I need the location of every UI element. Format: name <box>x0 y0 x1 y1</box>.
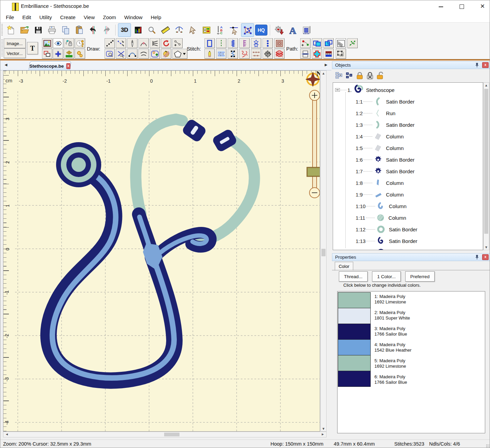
manual-stitch-button[interactable] <box>127 38 137 48</box>
rotate-tool-button[interactable] <box>161 38 171 48</box>
pencil-button[interactable] <box>204 49 215 59</box>
merge-font-button[interactable]: A <box>286 23 299 37</box>
objects-panel-header[interactable]: Objects x <box>332 61 490 69</box>
select-lock-button[interactable] <box>64 38 74 48</box>
color-swatch-4[interactable] <box>338 339 371 355</box>
bean-stitch-button[interactable] <box>116 38 126 48</box>
scroll-thumb[interactable] <box>164 433 180 436</box>
color-swatch-6[interactable] <box>338 371 371 387</box>
paste-button[interactable] <box>73 23 86 37</box>
inset-frame-button[interactable] <box>336 49 346 59</box>
zoom-button[interactable] <box>145 23 158 37</box>
zigzag-nodes-button[interactable] <box>228 49 238 59</box>
tab-scroll-right-icon[interactable]: ► <box>324 62 328 67</box>
color-row[interactable]: 5: Madeira Poly1692 Limestone <box>337 356 485 372</box>
blanket-stitch-button[interactable] <box>239 38 250 48</box>
menu-help[interactable]: Help <box>147 13 165 22</box>
objects-panel-close-button[interactable]: x <box>482 62 489 68</box>
tree-row[interactable]: 1:4Column <box>356 131 404 141</box>
tree-row[interactable]: 1:14Satin Border <box>356 247 418 250</box>
thread-button[interactable]: Thread... <box>339 271 368 282</box>
tree-row[interactable]: 1:1Satin Border <box>356 96 414 107</box>
knife-button[interactable] <box>161 49 171 59</box>
scroll-up-icon[interactable]: ▲ <box>321 71 326 75</box>
save-button[interactable] <box>32 23 45 37</box>
expand-button[interactable] <box>312 49 322 59</box>
node-select-button[interactable] <box>227 23 240 37</box>
text-tool-button[interactable]: T <box>27 42 38 54</box>
tree-row[interactable]: 1:12Satin Border <box>356 224 418 234</box>
color-row[interactable]: 2: Madeira Poly1801 Super White <box>337 308 485 324</box>
scroll-thumb[interactable] <box>321 249 326 256</box>
menu-create[interactable]: Create <box>56 13 80 22</box>
toolbar-grip[interactable] <box>1 24 3 36</box>
maximize-button[interactable] <box>454 2 468 11</box>
connect-points-button[interactable] <box>172 38 183 48</box>
color-row[interactable]: 1: Madeira Poly1692 Limestone <box>337 292 485 308</box>
3d-view-button[interactable]: 3D <box>118 23 131 37</box>
scroll-thumb[interactable] <box>484 89 488 234</box>
background-image-button[interactable] <box>42 38 52 48</box>
union-button[interactable] <box>312 38 322 48</box>
object-properties-button[interactable] <box>200 23 213 37</box>
pin-icon[interactable] <box>475 63 479 68</box>
tree-row[interactable]: 1:11Column <box>356 213 406 223</box>
shape-pentagon-button[interactable] <box>172 49 187 59</box>
menu-file[interactable]: File <box>2 13 18 22</box>
close-button[interactable]: ✕ <box>476 2 489 11</box>
scroll-down-icon[interactable]: ▼ <box>321 427 326 431</box>
zoom-region-button[interactable] <box>105 49 115 59</box>
stethoscope-design[interactable] <box>49 118 254 380</box>
properties-panel-header[interactable]: Properties x <box>332 253 490 261</box>
vector-button[interactable]: Vector... <box>4 49 26 58</box>
tab-scroll-left-icon[interactable]: ◄ <box>4 62 8 67</box>
measure-button[interactable] <box>159 23 172 37</box>
menu-zoom[interactable]: Zoom <box>99 13 120 22</box>
show-hide-button[interactable] <box>53 38 63 48</box>
one-color-button[interactable]: 1 Color... <box>372 271 401 282</box>
thread-color-list[interactable]: 1: Madeira Poly1692 Limestone 2: Madeira… <box>337 291 485 433</box>
lock-crossed-button[interactable] <box>366 71 374 80</box>
toolbar-grip[interactable] <box>1 39 3 57</box>
menu-view[interactable]: View <box>80 13 99 22</box>
node-graph-button[interactable] <box>300 38 310 48</box>
copy-button[interactable] <box>59 23 72 37</box>
tree-row[interactable]: 1:8Column <box>356 178 404 188</box>
arc-tool-button[interactable] <box>138 38 149 48</box>
tree-row[interactable]: 1:6Satin Border <box>356 154 414 165</box>
crosshatch-red-button[interactable] <box>274 49 284 59</box>
color-swatch-1[interactable] <box>338 292 371 308</box>
tree-row[interactable]: 1:3Satin Border <box>356 120 414 130</box>
select-button[interactable] <box>186 23 199 37</box>
tree-row[interactable]: 1:13Satin Border <box>356 236 418 246</box>
dot-stitch-button[interactable] <box>263 38 273 48</box>
subtract-button[interactable] <box>323 38 334 48</box>
scroll-down-icon[interactable]: ▼ <box>484 245 489 249</box>
echo-fill-button[interactable] <box>274 38 284 48</box>
properties-panel-close-button[interactable]: x <box>482 254 489 260</box>
zigzag-box-button[interactable] <box>336 38 346 48</box>
collapse-all-button[interactable] <box>335 71 344 80</box>
undo-button[interactable] <box>87 23 100 37</box>
tree-row[interactable]: 1:5Column <box>356 143 404 153</box>
redo-button[interactable] <box>100 23 113 37</box>
canvas-horizontal-scrollbar[interactable]: ◄ ► <box>3 432 327 437</box>
new-button[interactable] <box>4 23 17 37</box>
color-swatch-5[interactable] <box>338 355 371 371</box>
stitch-clock-button[interactable] <box>75 38 85 48</box>
pattern-fill-button[interactable] <box>216 49 226 59</box>
lettering-button[interactable]: ABC <box>214 23 227 37</box>
objects-tree[interactable]: 1. Stethoscope 1:1Satin Border 1:2Run 1:… <box>333 82 483 250</box>
scroll-up-icon[interactable]: ▲ <box>484 83 489 87</box>
print-button[interactable] <box>45 23 58 37</box>
tree-row[interactable]: 1:9Column <box>356 189 404 200</box>
center-design-button[interactable] <box>53 49 63 59</box>
stipple-button[interactable] <box>239 49 250 59</box>
utility-button[interactable] <box>273 23 286 37</box>
tab-stethoscope[interactable]: Stethoscope.be x <box>28 61 71 70</box>
menu-window[interactable]: Window <box>120 13 146 22</box>
resize-grip[interactable] <box>486 444 489 448</box>
tab-close-button[interactable]: x <box>66 63 70 69</box>
tree-row[interactable]: 1:2Run <box>356 108 395 118</box>
dash-line-button[interactable] <box>216 38 226 48</box>
